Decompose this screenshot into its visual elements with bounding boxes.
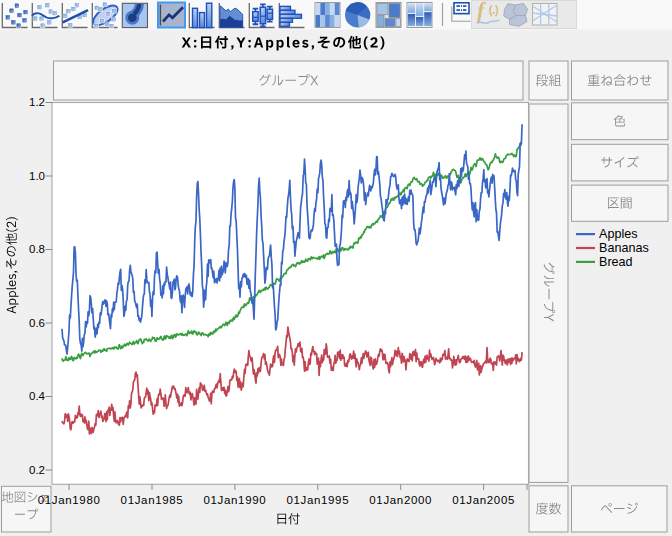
svg-text:Bread: Bread: [599, 255, 633, 269]
svg-text:0.4: 0.4: [29, 390, 46, 402]
svg-text:01Jan1995: 01Jan1995: [286, 494, 349, 506]
svg-text:01Jan1985: 01Jan1985: [121, 494, 184, 506]
svg-text:Apples: Apples: [599, 227, 638, 241]
svg-text:0.8: 0.8: [29, 243, 45, 255]
svg-text:01Jan1990: 01Jan1990: [204, 494, 267, 506]
svg-text:01Jan2005: 01Jan2005: [452, 494, 515, 506]
svg-text:1.0: 1.0: [29, 170, 45, 182]
svg-text:01Jan2000: 01Jan2000: [369, 494, 432, 506]
svg-text:01Jan1980: 01Jan1980: [38, 494, 101, 506]
svg-text:0.2: 0.2: [29, 464, 45, 476]
svg-text:0.6: 0.6: [29, 317, 45, 329]
svg-text:1.2: 1.2: [29, 96, 45, 108]
svg-text:Bananas: Bananas: [599, 241, 649, 255]
